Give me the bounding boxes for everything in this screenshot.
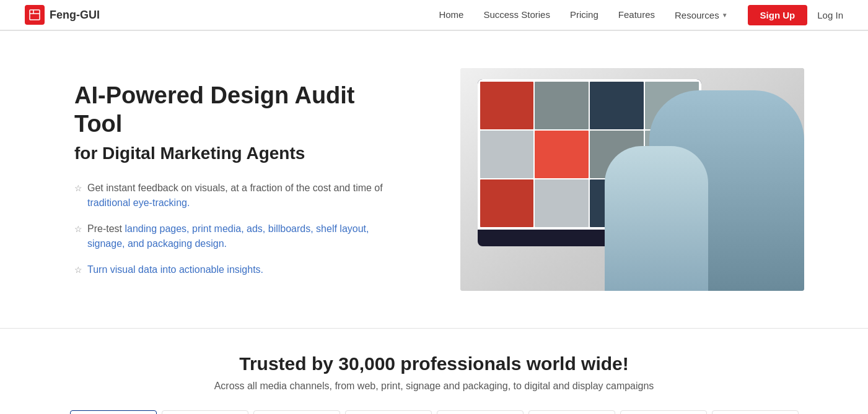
- hero-image-area: [446, 68, 818, 291]
- feature-item-2: ☆ Pre-test landing pages, print media, a…: [74, 222, 409, 251]
- feature-item-1: ☆ Get instant feedback on visuals, at a …: [74, 181, 409, 210]
- person-left-silhouette: [605, 146, 708, 291]
- logo-milestone: Milestone: [528, 410, 615, 414]
- feature-text-1: Get instant feedback on visuals, at a fr…: [87, 181, 409, 210]
- logo-ucl: UCL: [70, 410, 157, 414]
- logo-green-g: G: [253, 410, 340, 414]
- screen-cell: [590, 82, 644, 129]
- screen-cell: [480, 82, 534, 129]
- feature-item-3: ☆ Turn visual data into actionable insig…: [74, 262, 409, 277]
- nav-success-stories[interactable]: Success Stories: [483, 9, 550, 20]
- nav-features[interactable]: Features: [618, 9, 655, 20]
- hero-image: [460, 68, 804, 291]
- trust-section: Trusted by 30,000 professionals world wi…: [0, 329, 868, 414]
- nav-pricing[interactable]: Pricing: [570, 9, 598, 20]
- hero-heading1: AI-Powered Design Audit Tool: [74, 82, 409, 138]
- logo-orange: [162, 410, 248, 414]
- signup-button[interactable]: Sign Up: [748, 5, 808, 25]
- screen-cell: [480, 179, 534, 227]
- screen-cell: [480, 131, 534, 178]
- star-icon-3: ☆: [74, 264, 82, 277]
- nav-actions: Sign Up Log In: [748, 5, 843, 25]
- brand-name: Feng-GUI: [50, 9, 100, 22]
- feature-text-3: Turn visual data into actionable insight…: [87, 262, 263, 277]
- logo-blue-r: R: [620, 410, 707, 414]
- screen-cell: [535, 82, 589, 129]
- star-icon-1: ☆: [74, 182, 82, 195]
- nav-resources[interactable]: Resources ▼: [675, 10, 728, 20]
- hero-heading2: for Digital Marketing Agents: [74, 144, 409, 163]
- navbar: Feng-GUI Home Success Stories Pricing Fe…: [0, 0, 868, 31]
- screen-cell: [535, 131, 589, 178]
- star-icon-2: ☆: [74, 223, 82, 236]
- logo-resolution: resolution: [712, 410, 799, 414]
- svg-rect-0: [30, 10, 40, 20]
- logo-ornate: ❧: [345, 410, 432, 414]
- client-logos-row: UCL G ❧ Aib Milestone R resolution: [37, 410, 831, 414]
- hero-section: AI-Powered Design Audit Tool for Digital…: [0, 31, 868, 328]
- logo-link[interactable]: Feng-GUI: [25, 5, 100, 25]
- chevron-down-icon: ▼: [722, 12, 728, 19]
- feature-list: ☆ Get instant feedback on visuals, at a …: [74, 181, 409, 277]
- nav-links: Home Success Stories Pricing Features Re…: [439, 9, 727, 20]
- login-button[interactable]: Log In: [817, 10, 843, 20]
- hero-text: AI-Powered Design Audit Tool for Digital…: [74, 82, 409, 277]
- screen-cell: [535, 179, 589, 227]
- hero-img-inner: [460, 68, 804, 291]
- trust-heading: Trusted by 30,000 professionals world wi…: [37, 353, 831, 374]
- logo-icon: [25, 5, 45, 25]
- logo-aib: Aib: [437, 410, 524, 414]
- trust-subheading: Across all media channels, from web, pri…: [37, 381, 831, 392]
- nav-home[interactable]: Home: [439, 9, 463, 20]
- feature-text-2: Pre-test landing pages, print media, ads…: [87, 222, 409, 251]
